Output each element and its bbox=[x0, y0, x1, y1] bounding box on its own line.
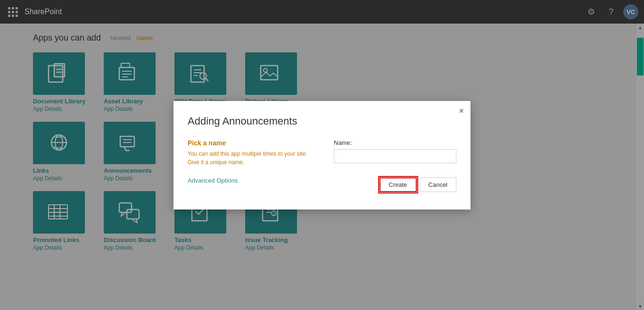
name-field-label: Name: bbox=[334, 139, 456, 146]
modal-actions: Create Cancel bbox=[334, 177, 456, 192]
modal-overlay: × Adding Announcements Pick a name You c… bbox=[0, 0, 644, 310]
modal-body: Pick a name You can add this app multipl… bbox=[188, 139, 456, 192]
cancel-button[interactable]: Cancel bbox=[420, 177, 456, 192]
pick-name-description: You can add this app multiple times to y… bbox=[188, 150, 320, 167]
modal-right-section: Name: Create Cancel bbox=[334, 139, 456, 192]
name-input-field[interactable] bbox=[334, 149, 456, 163]
pick-name-title: Pick a name bbox=[188, 139, 320, 147]
create-button[interactable]: Create bbox=[380, 177, 417, 192]
modal-left-section: Pick a name You can add this app multipl… bbox=[188, 139, 320, 192]
adding-announcements-modal: × Adding Announcements Pick a name You c… bbox=[173, 101, 471, 209]
modal-title: Adding Announcements bbox=[188, 115, 456, 127]
modal-close-button[interactable]: × bbox=[459, 107, 464, 115]
advanced-options-link[interactable]: Advanced Options bbox=[188, 177, 238, 184]
